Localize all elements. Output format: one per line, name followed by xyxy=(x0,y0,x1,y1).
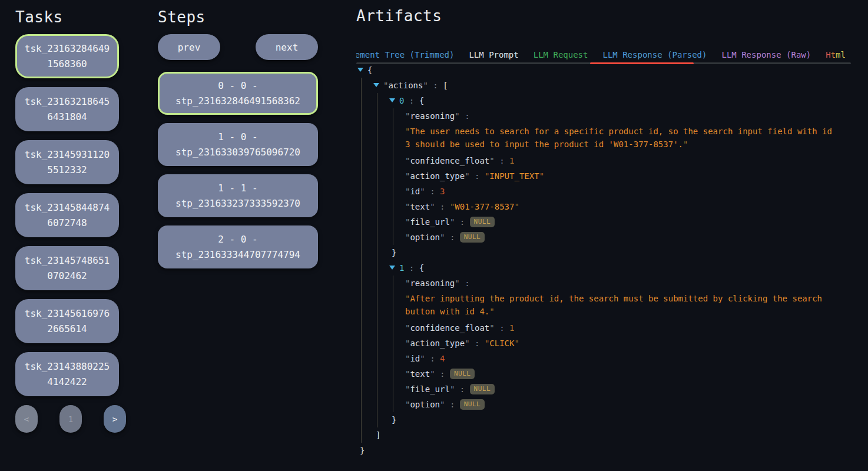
collapse-arrow-icon[interactable] xyxy=(389,98,395,102)
tasks-title: Tasks xyxy=(15,8,127,26)
json-kv-row: "id" : 3 xyxy=(405,184,835,199)
step-controls: prev next xyxy=(158,34,318,60)
json-open-row: 1 : { xyxy=(389,260,835,276)
pagination-page-1-button[interactable]: 1 xyxy=(59,405,82,433)
steps-title: Steps xyxy=(158,8,318,26)
app-root: Tasks tsk_231632846491568360tsk_23163218… xyxy=(0,0,868,471)
tab-llm-response-raw[interactable]: LLM Response (Raw) xyxy=(721,48,811,61)
json-close-row: } xyxy=(389,412,835,427)
json-children-block: "reasoning" :"After inputting the produc… xyxy=(393,276,835,412)
collapse-arrow-icon[interactable] xyxy=(373,83,379,87)
json-open-row: { xyxy=(357,62,835,78)
json-close-row: } xyxy=(357,443,835,458)
json-kv-row: "confidence_float" : 1 xyxy=(405,320,835,336)
task-item[interactable]: tsk_231457486510702462 xyxy=(15,246,119,290)
step-item[interactable]: 1 - 0 - stp_231633039765096720 xyxy=(158,123,318,166)
prev-step-button[interactable]: prev xyxy=(158,34,220,60)
next-step-button[interactable]: next xyxy=(256,34,318,60)
json-kv-row: "action_type" : "INPUT_TEXT" xyxy=(405,168,835,184)
artifacts-panel: Artifacts Element Tree (Trimmed)LLM Prom… xyxy=(356,7,863,64)
null-badge: NULL xyxy=(450,369,475,379)
pagination-prev-button[interactable]: < xyxy=(15,405,38,433)
artifacts-title: Artifacts xyxy=(356,7,863,25)
task-item[interactable]: tsk_231632186456431804 xyxy=(15,87,119,131)
json-close-row: ] xyxy=(373,427,835,443)
collapse-arrow-icon[interactable] xyxy=(357,68,363,72)
null-badge: NULL xyxy=(470,384,495,394)
json-kv-row: "option" : NULL xyxy=(405,397,835,412)
tab-llm-request[interactable]: LLM Request xyxy=(534,48,588,61)
json-string-value: "The user needs to search for a specific… xyxy=(405,125,835,151)
tab-html-raw[interactable]: Html (Raw) xyxy=(826,48,851,61)
tab-llm-response-parsed[interactable]: LLM Response (Parsed) xyxy=(602,48,707,61)
json-kv-row: "text" : "W01-377-8537" xyxy=(405,199,835,214)
task-item[interactable]: tsk_231459311205512332 xyxy=(15,140,119,184)
step-list: 0 - 0 - stp_2316328464915683621 - 0 - st… xyxy=(158,72,318,268)
steps-panel: Steps prev next 0 - 0 - stp_231632846491… xyxy=(158,8,318,277)
null-badge: NULL xyxy=(470,217,495,227)
json-open-row: "actions" : [ xyxy=(373,78,835,93)
json-tree-viewer: {"actions" : [0 : {"reasoning" :"The use… xyxy=(357,62,835,458)
json-kv-row: "option" : NULL xyxy=(405,230,835,245)
task-item[interactable]: tsk_231456169762665614 xyxy=(15,299,119,343)
json-open-row: 0 : { xyxy=(389,93,835,108)
json-kv-row: "file_url" : NULL xyxy=(405,382,835,397)
step-item[interactable]: 2 - 0 - stp_231633344707774794 xyxy=(158,225,318,268)
json-close-row: } xyxy=(389,245,835,260)
artifact-tab-bar: Element Tree (Trimmed)LLM PromptLLM Requ… xyxy=(356,48,851,61)
json-kv-row: "action_type" : "CLICK" xyxy=(405,336,835,351)
pagination-next-button[interactable]: > xyxy=(104,405,126,433)
tasks-panel: Tasks tsk_231632846491568360tsk_23163218… xyxy=(15,8,127,433)
task-item[interactable]: tsk_231632846491568360 xyxy=(15,34,119,78)
json-kv-row: "file_url" : NULL xyxy=(405,214,835,230)
json-string-value: "After inputting the product id, the sea… xyxy=(405,292,835,318)
json-kv-row: "confidence_float" : 1 xyxy=(405,153,835,168)
tasks-pagination: < 1 > xyxy=(15,405,126,433)
json-key-row: "reasoning" : xyxy=(405,108,835,124)
null-badge: NULL xyxy=(460,399,485,410)
json-kv-row: "id" : 4 xyxy=(405,351,835,366)
step-item[interactable]: 0 - 0 - stp_231632846491568362 xyxy=(158,72,318,115)
json-key-row: "reasoning" : xyxy=(405,276,835,291)
tab-llm-prompt[interactable]: LLM Prompt xyxy=(469,48,518,61)
json-children-block: "reasoning" :"The user needs to search f… xyxy=(393,108,835,245)
collapse-arrow-icon[interactable] xyxy=(389,266,395,270)
json-children-block: "actions" : [0 : {"reasoning" :"The user… xyxy=(361,78,835,443)
task-list: tsk_231632846491568360tsk_23163218645643… xyxy=(15,34,119,396)
step-item[interactable]: 1 - 1 - stp_231633237333592370 xyxy=(158,174,318,217)
null-badge: NULL xyxy=(460,232,485,243)
json-children-block: 0 : {"reasoning" :"The user needs to sea… xyxy=(377,93,835,427)
task-item[interactable]: tsk_231458448746072748 xyxy=(15,193,119,237)
tab-element-tree-trimmed[interactable]: Element Tree (Trimmed) xyxy=(356,48,454,61)
task-item[interactable]: tsk_231438802254142422 xyxy=(15,352,119,396)
json-kv-row: "text" : NULL xyxy=(405,366,835,382)
